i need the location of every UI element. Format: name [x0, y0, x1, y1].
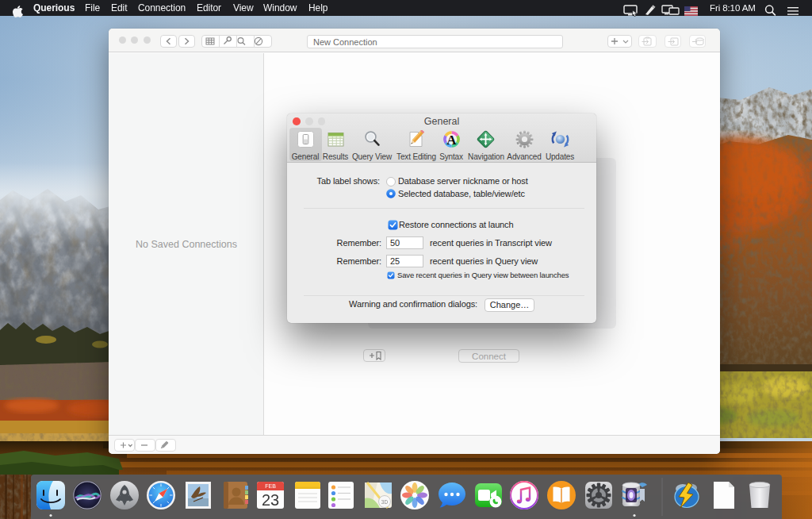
svg-text:23: 23 — [262, 491, 279, 509]
svg-text:3D: 3D — [381, 499, 389, 505]
svg-text:A: A — [446, 133, 457, 148]
svg-text:FEB: FEB — [265, 483, 276, 489]
